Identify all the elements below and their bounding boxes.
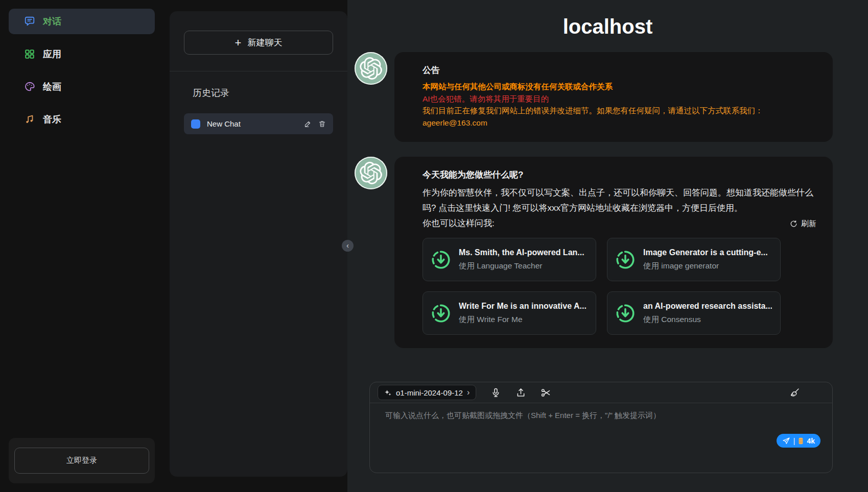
model-selector[interactable]: o1-mini-2024-09-12 › [378,385,476,400]
greeting-ask-label: 你也可以这样问我: [423,216,495,231]
announcement-card: 公告 本网站与任何其他公司或商标没有任何关联或合作关系 AI也会犯错。请勿将其用… [394,52,833,142]
sidebar-item-label: 绘画 [43,81,61,93]
announcement-line-3: 我们目前正在修复我们网站上的错误并改进细节。如果您有任何疑问，请通过以下方式联系… [423,105,816,117]
history-item-title: New Chat [207,119,297,128]
microphone-icon [490,387,501,398]
clear-context-button[interactable] [789,387,800,398]
scissors-button[interactable] [541,387,551,398]
send-button[interactable]: | 4k [777,434,820,448]
suggestion-subtitle: 使用 image generator [643,261,768,272]
suggestion-card[interactable]: Write For Me is an innovative A... 使用 Wr… [423,291,596,335]
greeting-card: 今天我能为您做些什么呢? 作为你的智慧伙伴，我不仅可以写文案、出点子，还可以和你… [394,157,833,348]
suggestion-title: Ms. Smith, the AI-powered Lan... [459,248,584,257]
greeting-message: 今天我能为您做些什么呢? 作为你的智慧伙伴，我不仅可以写文案、出点子，还可以和你… [355,157,833,348]
dashed-circle-download-icon [430,303,452,324]
login-card: 立即登录 [9,438,155,483]
chat-list-panel: + 新建聊天 历史记录 New Chat [170,11,347,477]
suggestion-title: Write For Me is an innovative A... [459,302,587,311]
message-input[interactable] [370,403,832,473]
suggestion-card[interactable]: an AI-powered research assista... 使用 Con… [607,291,781,335]
sidebar-item-label: 音乐 [43,113,61,126]
openai-logo-icon [360,57,382,80]
sidebar-item-chat[interactable]: 对话 [9,9,155,34]
apps-grid-icon [24,48,35,60]
upload-icon [515,387,526,398]
history-section: 历史记录 New Chat [170,71,347,477]
microphone-button[interactable] [490,387,501,398]
chat-bubble-icon [24,16,35,27]
composer-toolbar: o1-mini-2024-09-12 › [370,382,832,403]
greeting-title: 今天我能为您做些什么呢? [423,169,816,181]
upload-button[interactable] [515,387,526,398]
message-list: 公告 本网站与任何其他公司或商标没有任何关联或合作关系 AI也会犯错。请勿将其用… [347,38,868,382]
chevron-right-icon: › [467,388,470,397]
sidebar-item-music[interactable]: 音乐 [9,107,155,132]
dashed-circle-download-icon [615,249,636,270]
page-title: localhost [347,15,868,38]
suggestion-grid: Ms. Smith, the AI-powered Lan... 使用 Lang… [423,238,816,335]
composer: o1-mini-2024-09-12 › | 4k [369,382,833,473]
new-chat-label: 新建聊天 [247,37,282,48]
announcement-email: ageerle@163.com [423,117,816,129]
dashed-circle-download-icon [615,303,636,324]
sparkles-icon [384,389,392,397]
suggestion-subtitle: 使用 Consensus [643,314,772,325]
broom-icon [789,387,800,398]
suggestion-title: Image Generator is a cutting-e... [643,248,768,257]
sidebar-item-label: 应用 [43,48,61,60]
history-item[interactable]: New Chat [184,113,333,134]
refresh-label: 刷新 [801,219,816,229]
new-chat-button[interactable]: + 新建聊天 [184,31,333,55]
history-heading: 历史记录 [193,87,333,99]
model-name: o1-mini-2024-09-12 [396,388,463,397]
suggestion-subtitle: 使用 Language Teacher [459,261,584,272]
login-button[interactable]: 立即登录 [14,448,149,474]
send-divider: | [793,437,795,445]
history-item-actions [304,120,326,128]
chat-list-column: + 新建聊天 历史记录 New Chat [163,0,347,492]
dashed-circle-download-icon [430,249,452,270]
refresh-suggestions-button[interactable]: 刷新 [790,219,816,229]
scissors-icon [541,387,551,398]
announcement-line-2: AI也会犯错。请勿将其用于重要目的 [423,93,816,105]
collapse-sidebar-button[interactable]: ‹ [342,240,354,252]
assistant-avatar [355,52,387,85]
token-coin-icon [798,437,804,445]
announcement-title: 公告 [423,64,816,76]
refresh-icon [790,220,797,228]
chat-color-swatch-icon [191,119,200,129]
suggestion-title: an AI-powered research assista... [643,302,772,311]
chat-list-header: + 新建聊天 [170,11,347,71]
suggestion-card[interactable]: Image Generator is a cutting-e... 使用 ima… [607,238,781,281]
sidebar-item-label: 对话 [43,15,61,28]
edit-pencil-icon[interactable] [304,120,312,128]
greeting-body: 作为你的智慧伙伴，我不仅可以写文案、出点子，还可以和你聊天、回答问题。想知道我还… [423,185,816,216]
assistant-avatar [355,157,387,189]
announcement-line-1: 本网站与任何其他公司或商标没有任何关联或合作关系 [423,81,816,93]
suggestion-card[interactable]: Ms. Smith, the AI-powered Lan... 使用 Lang… [423,238,596,281]
sidebar-item-drawing[interactable]: 绘画 [9,74,155,100]
announcement-message: 公告 本网站与任何其他公司或商标没有任何关联或合作关系 AI也会犯错。请勿将其用… [355,52,833,142]
sidebar-item-apps[interactable]: 应用 [9,41,155,67]
music-note-icon [24,114,35,125]
plus-icon: + [235,37,242,48]
send-plane-icon [782,437,790,445]
openai-logo-icon [360,162,382,184]
main-chat-area: ‹ localhost 公告 本网站与任何其他公司或商标没有任何关联或合作关系 … [347,0,868,492]
sidebar: 对话 应用 绘画 音乐 立即登录 [0,0,163,492]
suggestion-subtitle: 使用 Write For Me [459,314,587,325]
palette-icon [24,81,35,92]
chevron-left-icon: ‹ [346,241,349,250]
token-count-badge: 4k [807,437,815,445]
delete-trash-icon[interactable] [318,120,326,128]
